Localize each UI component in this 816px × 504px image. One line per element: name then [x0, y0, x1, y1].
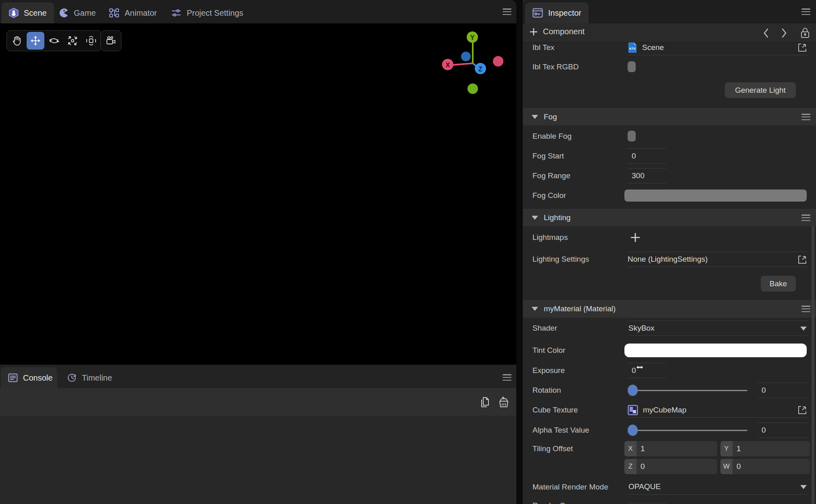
- rotation-slider-track[interactable]: [631, 390, 747, 391]
- move-tool-button[interactable]: [27, 32, 44, 50]
- svg-text:KTX: KTX: [630, 47, 636, 50]
- lighting-section-header[interactable]: Lighting: [523, 209, 816, 226]
- ktx-file-icon: KTX: [628, 42, 637, 53]
- axis-gizmo: Y X Z: [432, 23, 521, 116]
- inspector-scrollbar-thumb[interactable]: [812, 226, 814, 504]
- tiling-w-input[interactable]: 0: [733, 459, 810, 474]
- tab-inspector[interactable]: Inspector: [525, 2, 589, 23]
- material-collapse-icon: [532, 307, 538, 311]
- material-section-header[interactable]: myMaterial (Material): [523, 300, 816, 318]
- enable-fog-checkbox[interactable]: [628, 131, 636, 142]
- fog-color-swatch[interactable]: [624, 190, 807, 202]
- alpha-test-slider-track[interactable]: [631, 430, 747, 431]
- pick-asset-icon[interactable]: [797, 43, 807, 52]
- editor-window: Scene Game Animator: [0, 0, 816, 504]
- pan-tool-button[interactable]: [8, 32, 26, 50]
- fog-range-label: Fog Range: [532, 168, 570, 183]
- exposure-label: Exposure: [532, 363, 565, 378]
- camera-view-button[interactable]: [102, 32, 120, 50]
- console-panel: Console Timeline: [0, 365, 516, 504]
- tiling-y-input[interactable]: 1: [733, 441, 810, 456]
- inspector-icon: [532, 8, 543, 18]
- alpha-test-slider-knob[interactable]: [628, 425, 638, 436]
- move-icon: [30, 35, 41, 46]
- lock-icon[interactable]: [800, 27, 810, 39]
- gizmo-neg-y-handle[interactable]: [467, 83, 478, 94]
- shader-dropdown[interactable]: SkyBox: [628, 321, 809, 336]
- fog-menu-icon[interactable]: [801, 114, 810, 120]
- clear-console-icon[interactable]: [498, 396, 510, 408]
- rotate-tool-button[interactable]: [45, 32, 63, 50]
- console-toolbar: [0, 388, 516, 416]
- fog-start-label: Fog Start: [532, 148, 564, 164]
- ibl-tex-rgbd-checkbox[interactable]: [628, 61, 636, 72]
- tiling-offset-label: Tiling Offset: [532, 441, 573, 456]
- alpha-test-input[interactable]: 0: [758, 423, 809, 438]
- tab-timeline-label: Timeline: [82, 373, 112, 383]
- pick-asset-icon[interactable]: [797, 405, 807, 415]
- frame-selection-icon: [67, 35, 78, 46]
- tiling-x-input[interactable]: 1: [637, 441, 717, 456]
- generate-light-button[interactable]: Generate Light: [725, 82, 796, 98]
- cubemap-texture-icon: [628, 405, 638, 415]
- render-mode-value: OPAQUE: [628, 482, 661, 491]
- tab-console[interactable]: Console: [1, 367, 57, 388]
- shader-caret-icon: [800, 327, 807, 331]
- fog-start-input[interactable]: 0: [628, 148, 666, 164]
- tab-timeline[interactable]: Timeline: [60, 367, 119, 388]
- console-menu-icon[interactable]: [503, 374, 511, 381]
- frame-tool-button[interactable]: [64, 32, 81, 50]
- lighting-menu-icon[interactable]: [801, 215, 810, 221]
- nav-back-icon[interactable]: [763, 28, 769, 38]
- shader-value: SkyBox: [628, 324, 654, 332]
- transform-toolbar: [6, 30, 102, 51]
- tab-project-settings-label: Project Settings: [187, 8, 243, 18]
- lighting-settings-field[interactable]: None (LightingSettings): [628, 252, 808, 267]
- lighting-settings-label: Lighting Settings: [532, 252, 589, 267]
- render-mode-dropdown[interactable]: OPAQUE: [628, 479, 809, 495]
- fog-section-header[interactable]: Fog: [523, 108, 816, 125]
- pick-asset-icon[interactable]: [797, 255, 807, 264]
- tab-animator-label: Animator: [125, 8, 157, 18]
- console-log-area[interactable]: [0, 416, 516, 504]
- svg-text:Z: Z: [478, 66, 482, 73]
- copy-log-button[interactable]: [479, 396, 490, 408]
- inspector-menu-icon[interactable]: [801, 8, 810, 15]
- ibl-tex-field[interactable]: KTX Scene: [628, 40, 808, 55]
- tint-color-swatch[interactable]: [624, 344, 807, 357]
- ibl-tex-label: Ibl Tex: [532, 40, 555, 55]
- gizmo-neg-z-handle[interactable]: [461, 52, 471, 61]
- add-component-button[interactable]: Component: [529, 27, 584, 36]
- bake-button[interactable]: Bake: [761, 276, 796, 292]
- tab-game[interactable]: Game: [52, 2, 103, 23]
- tab-scene[interactable]: Scene: [2, 2, 54, 23]
- lighting-section-title: Lighting: [544, 213, 571, 222]
- ibl-tex-rgbd-label: Ibl Tex RGBD: [532, 59, 579, 75]
- cube-texture-field[interactable]: myCubeMap: [628, 402, 808, 418]
- tiling-z-input[interactable]: 0: [637, 459, 717, 474]
- scene-viewport[interactable]: Y X Z: [0, 23, 516, 364]
- scene-icon: [9, 8, 19, 18]
- render-mode-label: Material Render Mode: [532, 479, 608, 495]
- console-icon: [8, 373, 18, 382]
- cube-texture-label: Cube Texture: [532, 402, 578, 418]
- nav-forward-icon[interactable]: [781, 28, 787, 38]
- material-menu-icon[interactable]: [801, 306, 810, 312]
- add-lightmap-icon[interactable]: [630, 232, 641, 243]
- hand-icon: [12, 35, 22, 46]
- tab-game-label: Game: [74, 8, 96, 18]
- tab-project-settings[interactable]: Project Settings: [164, 2, 250, 23]
- fog-range-input[interactable]: 300: [628, 168, 666, 183]
- orientation-tool-button[interactable]: [82, 32, 100, 50]
- main-menu-icon[interactable]: [503, 8, 511, 15]
- tab-animator[interactable]: Animator: [102, 2, 164, 23]
- fog-section-title: Fog: [544, 112, 557, 121]
- rotation-input[interactable]: 0: [758, 383, 809, 398]
- gizmo-neg-x-handle[interactable]: [493, 56, 503, 67]
- rotation-slider-knob[interactable]: [628, 385, 638, 396]
- inspector-tabstrip: Inspector: [523, 0, 816, 23]
- exposure-input[interactable]: 0: [628, 363, 666, 378]
- timeline-clock-icon: [67, 373, 77, 383]
- cube-texture-value: myCubeMap: [643, 406, 687, 414]
- partial-next-row-field: [628, 503, 666, 503]
